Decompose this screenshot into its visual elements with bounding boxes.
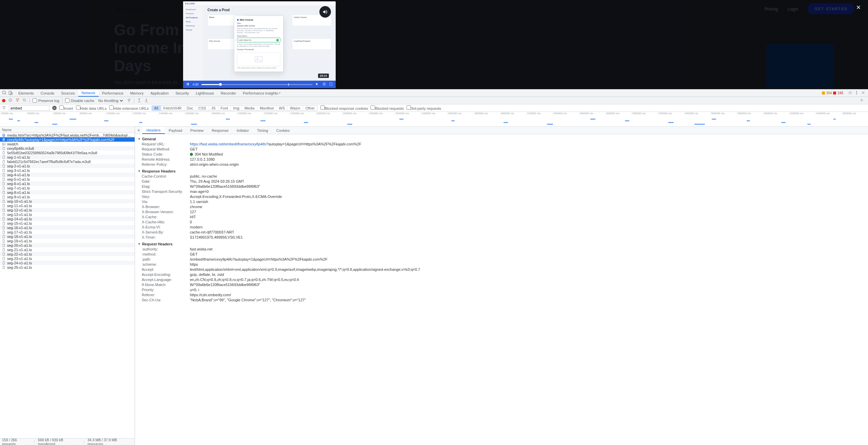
request-row[interactable]: fabdd121c5d7662ec7aeef7f6af5d9c6df7e7ada… (0, 159, 135, 164)
url-link[interactable]: https://fast.wistia.net/embed/iframe/cex… (190, 142, 267, 146)
request-row[interactable]: 5e55d81be032258960524a0b7985d09b41f78e5a… (0, 150, 135, 155)
devtools-tab-lighthouse[interactable]: Lighthouse (192, 89, 217, 97)
request-row[interactable]: seg-1-v1-a1.ts (0, 155, 135, 159)
fullscreen-button[interactable] (329, 82, 333, 87)
chip-font[interactable]: Font (218, 106, 231, 110)
chip-all[interactable]: All (152, 106, 161, 110)
video-controls[interactable]: 4:30 (183, 81, 336, 88)
request-row[interactable]: seg-15-v1-a1.ts (0, 221, 135, 225)
filter-input[interactable] (9, 105, 50, 111)
clear-button[interactable] (8, 98, 13, 103)
search-icon[interactable] (22, 98, 27, 103)
close-detail-icon[interactable]: × (135, 127, 142, 134)
devtools-tab-elements[interactable]: Elements (15, 89, 37, 97)
detail-tab-preview[interactable]: Preview (186, 127, 208, 134)
detail-tab-headers[interactable]: Headers (142, 127, 165, 134)
devtools-tab-sources[interactable]: Sources (58, 89, 78, 97)
request-row[interactable]: seg-20-v1-a1.ts (0, 243, 135, 247)
inspect-icon[interactable] (2, 90, 7, 96)
devtools-tab-memory[interactable]: Memory (127, 89, 147, 97)
hide-extension-urls-checkbox[interactable]: Hide extension URLs (109, 105, 149, 110)
request-row[interactable]: seg-16-v1-a1.ts (0, 225, 135, 230)
request-row[interactable]: seg-17-v1-a1.ts (0, 230, 135, 234)
devtools-tab-application[interactable]: Application (147, 89, 172, 97)
request-row[interactable]: seg-10-v1-a1.ts (0, 199, 135, 203)
devtools-tab-performance[interactable]: Performance (99, 89, 127, 97)
detail-tab-initiator[interactable]: Initiator (233, 127, 253, 134)
devtools-tab-security[interactable]: Security (172, 89, 192, 97)
detail-tab-response[interactable]: Response (208, 127, 233, 134)
request-row[interactable]: cexy8p4ifo.m3u8 (0, 146, 135, 150)
detail-tab-timing[interactable]: Timing (253, 127, 272, 134)
filter-funnel-icon[interactable] (2, 106, 6, 110)
section-request-headers[interactable]: ▼Request Headers (135, 241, 868, 247)
third-party-checkbox[interactable]: 3rd-party requests (407, 105, 441, 110)
devtools-tab-performance-insights[interactable]: Performance insights ↗ (239, 89, 284, 97)
volume-button[interactable] (315, 82, 319, 87)
request-row[interactable]: seg-3-v1-a1.ts (0, 168, 135, 173)
chip-media[interactable]: Media (242, 106, 257, 110)
request-row[interactable]: seg-7-v1-a1.ts (0, 186, 135, 190)
request-row[interactable]: cexy8p4ifo?autoplay=1&pageUrl=https%3A%2… (0, 137, 135, 142)
pause-button[interactable] (186, 82, 190, 87)
throttling-select[interactable]: No throttling (97, 98, 124, 103)
section-general[interactable]: ▼General (135, 136, 868, 142)
chip-other[interactable]: Other (303, 106, 317, 110)
record-button[interactable] (2, 99, 5, 102)
network-settings-icon[interactable] (860, 98, 864, 103)
request-row[interactable]: seg-18-v1-a1.ts (0, 234, 135, 239)
request-row[interactable]: seg-12-v1-a1.ts (0, 208, 135, 212)
filter-toggle-icon[interactable] (15, 98, 20, 103)
request-row[interactable]: seg-13-v1-a1.ts (0, 212, 135, 217)
request-row[interactable]: seg-19-v1-a1.ts (0, 239, 135, 243)
request-row[interactable]: seg-24-v1-a1.ts (0, 261, 135, 265)
chip-ws[interactable]: WS (276, 106, 288, 110)
download-har-icon[interactable] (144, 98, 149, 103)
request-row[interactable]: media.html?src=https%3A%2F%2Ffast.wistia… (0, 133, 135, 137)
upload-har-icon[interactable] (137, 98, 141, 103)
devtools-tab-network[interactable]: Network (78, 89, 99, 97)
devtools-tab-console[interactable]: Console (37, 89, 58, 97)
preserve-log-checkbox[interactable]: Preserve log (33, 98, 59, 103)
device-toggle-icon[interactable] (8, 90, 13, 96)
request-row[interactable]: seg-6-v1-a1.ts (0, 181, 135, 186)
request-row[interactable]: swatch (0, 142, 135, 146)
blocked-cookies-checkbox[interactable]: Blocked response cookies (320, 105, 368, 110)
more-menu-icon[interactable] (854, 90, 859, 96)
chip-fetch-xhr[interactable]: Fetch/XHR (161, 106, 184, 110)
request-row[interactable]: seg-23-v1-a1.ts (0, 256, 135, 261)
chip-img[interactable]: Img (231, 106, 242, 110)
section-response-headers[interactable]: ▼Response Headers (135, 168, 868, 174)
settings-gear-icon[interactable] (848, 90, 852, 96)
chip-doc[interactable]: Doc (184, 106, 196, 110)
request-row[interactable]: seg-5-v1-a1.ts (0, 177, 135, 181)
request-row[interactable]: seg-25-v1-a1.ts (0, 265, 135, 269)
lightbox-backdrop[interactable] (0, 0, 868, 89)
chip-wasm[interactable]: Wasm (288, 106, 303, 110)
close-icon[interactable]: × (854, 3, 863, 12)
detail-tab-cookies[interactable]: Cookies (272, 127, 294, 134)
blocked-requests-checkbox[interactable]: Blocked requests (371, 105, 403, 110)
settings-gear-icon[interactable] (322, 82, 326, 87)
clear-filter-button[interactable]: × (52, 106, 57, 110)
chip-js[interactable]: JS (209, 106, 218, 110)
request-row[interactable]: seg-22-v1-a1.ts (0, 252, 135, 256)
request-row[interactable]: seg-2-v1-a1.ts (0, 164, 135, 168)
request-row[interactable]: seg-11-v1-a1.ts (0, 203, 135, 208)
devtools-tab-recorder[interactable]: Recorder (217, 89, 239, 97)
wifi-icon[interactable] (127, 98, 131, 103)
detail-tab-payload[interactable]: Payload (165, 127, 186, 134)
issues-counter[interactable]: 354 246 (820, 89, 845, 97)
request-row[interactable]: seg-8-v1-a1.ts (0, 190, 135, 195)
request-list[interactable]: media.html?src=https%3A%2F%2Ffast.wistia… (0, 133, 135, 438)
close-devtools-icon[interactable] (861, 90, 865, 96)
request-row[interactable]: seg-4-v1-a1.ts (0, 173, 135, 177)
disable-cache-checkbox[interactable]: Disable cache (65, 98, 94, 103)
request-detail-body[interactable]: ▼GeneralRequest URL:https://fast.wistia.… (135, 134, 868, 445)
request-row[interactable]: seg-14-v1-a1.ts (0, 217, 135, 221)
request-row[interactable]: seg-9-v1-a1.ts (0, 195, 135, 199)
hide-data-urls-checkbox[interactable]: Hide data URLs (76, 105, 107, 110)
video-progress[interactable] (201, 84, 313, 85)
invert-checkbox[interactable]: Invert (59, 105, 73, 110)
request-row[interactable]: seg-21-v1-a1.ts (0, 247, 135, 252)
